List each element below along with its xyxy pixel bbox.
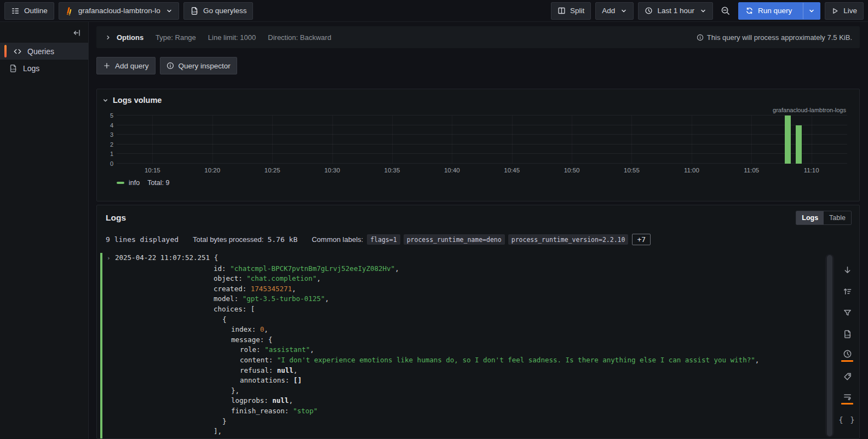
show-more-labels-button[interactable]: +7 [632,234,651,245]
chevron-down-icon [620,8,627,14]
run-query-button[interactable]: Run query [738,2,820,20]
log-file-icon: LOG [9,64,18,73]
time-range-picker[interactable]: Last 1 hour [638,2,713,20]
log-volume-bar[interactable] [796,125,802,164]
bytes-processed-label: Total bytes processed: [193,235,263,244]
collapse-sidebar-icon[interactable] [73,28,82,37]
log-json-line: id: "chatcmpl-BPCK7pvtnBm7gLrvj52eeIyZ08… [107,264,824,274]
play-icon [831,7,839,15]
legend-color-swatch [117,182,124,184]
chevron-down-icon [102,97,108,103]
logs-volume-panel: Logs volume grafanacloud-lambtron-logs 0… [96,89,860,201]
log-json-line: choices: [ [107,304,824,315]
log-json-line: content: "I don't experience emotions li… [107,355,824,366]
query-options-row[interactable]: Options Type: Range Line limit: 1000 Dir… [96,26,860,48]
datasource-name: grafanacloud-lambtron-lo [78,7,160,15]
legend-total: Total: 9 [147,179,169,187]
log-timestamp: 2025-04-22 11:07:52.251 [115,253,210,262]
outline-button[interactable]: Outline [4,2,54,20]
y-axis-labels: 012345 [102,115,117,164]
zoom-out-button[interactable] [717,2,734,20]
split-label: Split [570,7,584,15]
explore-toolbar: Outline grafanacloud-lambtron-lo [0,0,868,22]
query-size-estimate: This query will process approximately 7.… [707,33,852,42]
unique-labels-icon[interactable] [837,366,857,388]
add-button[interactable]: Add [595,2,634,20]
plot-area[interactable] [117,115,847,164]
log-json-line: annotations: [] [107,376,824,386]
log-json-line: finish_reason: "stop" [107,406,824,417]
logs-scrollbar[interactable] [825,254,834,437]
log-json-line: refusal: null, [107,366,824,376]
explore-main: Options Type: Range Line limit: 1000 Dir… [89,22,868,439]
run-query-caret[interactable] [803,3,820,19]
info-circle-icon [697,34,704,41]
braces-glyph: { } [838,415,855,424]
sidebar-item-label: Queries [27,47,54,56]
go-queryless-label: Go queryless [203,7,247,15]
expand-log-icon[interactable]: › [107,253,115,264]
go-queryless-button[interactable]: LOG Go queryless [183,2,254,20]
run-query-label: Run query [758,7,792,15]
live-label: Live [843,7,857,15]
options-type: Type: Range [156,33,196,42]
live-button[interactable]: Live [825,2,864,20]
deduplication-icon[interactable]: LOG [837,324,857,345]
datasource-picker[interactable]: grafanacloud-lambtron-lo [59,2,179,20]
chevron-down-icon [166,8,173,14]
outline-label: Outline [24,7,48,15]
log-json-line: { [107,315,824,325]
logs-volume-chart: grafanacloud-lambtron-logs 012345 10:151… [102,107,847,187]
legend-series-name[interactable]: info [129,179,140,187]
scrollbar-thumb[interactable] [827,255,832,436]
log-json-body: id: "chatcmpl-BPCK7pvtnBm7gLrvj52eeIyZ08… [107,264,824,437]
sidebar-item-logs[interactable]: LOG Logs [0,60,88,77]
log-json-line: index: 0, [107,325,824,335]
show-time-icon[interactable] [837,345,857,366]
common-labels-label: Common labels: [312,235,363,244]
plus-icon [103,62,111,70]
toggle-logs-view[interactable]: Logs [796,211,824,224]
add-query-button[interactable]: Add query [96,57,156,74]
chevron-down-icon [700,8,706,14]
svg-text:LOG: LOG [193,10,198,13]
logs-volume-title: Logs volume [113,96,162,105]
sort-logs-icon[interactable] [837,281,857,302]
log-volume-bar[interactable] [785,115,791,164]
sync-icon [745,7,754,15]
sidebar-item-queries[interactable]: Queries [0,43,88,60]
prettify-json-icon[interactable]: { } [837,409,857,430]
logs-meta-row: 9 lines displayed Total bytes processed:… [97,227,859,253]
options-line-limit: Line limit: 1000 [208,33,256,42]
split-button[interactable]: Split [551,2,591,20]
toggle-table-view[interactable]: Table [824,211,851,224]
logs-volume-collapse[interactable]: Logs volume [97,94,859,106]
bytes-processed-value: 5.76 kB [267,235,297,244]
info-circle-icon [166,62,174,70]
wrap-lines-icon[interactable] [837,388,857,409]
loki-datasource-icon [65,7,74,15]
sidebar-item-label: Logs [23,64,39,73]
add-query-label: Add query [115,62,149,70]
common-labels-chips: flags=1process_runtime_name=denoprocess_… [367,234,628,245]
log-timestamp-line: ›2025-04-22 11:07:52.251 { [107,253,824,264]
time-range-label: Last 1 hour [657,7,694,15]
scroll-to-bottom-icon[interactable] [837,259,857,281]
x-axis-labels: 10:1510:2010:2510:3010:3510:4010:4510:50… [117,164,847,177]
filter-icon[interactable] [837,302,857,324]
svg-text:LOG: LOG [846,334,851,337]
logs-panel: Logs Logs Table 9 lines displayed Total … [96,205,860,439]
log-json-line: message: { [107,335,824,345]
explore-sidebar: Queries LOG Logs [0,22,89,439]
label-chip: process_runtime_name=deno [404,234,505,245]
log-json-line: }, [107,386,824,396]
log-json-line: } [107,417,824,427]
active-indicator [841,403,853,405]
query-inspector-button[interactable]: Query inspector [160,57,237,74]
active-indicator [841,360,853,362]
add-label: Add [602,7,615,15]
log-row[interactable]: ›2025-04-22 11:07:52.251 { id: "chatcmpl… [100,253,824,438]
expand-options-icon[interactable] [105,34,111,41]
log-open-brace: { [214,253,219,262]
lines-displayed: 9 lines displayed [106,235,179,244]
